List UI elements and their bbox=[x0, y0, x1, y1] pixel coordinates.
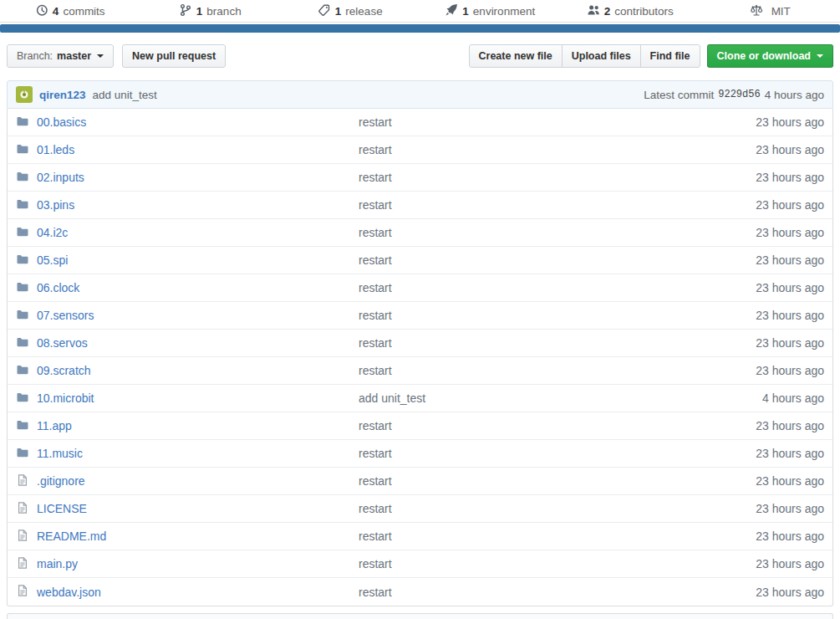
find-file-button[interactable]: Find file bbox=[640, 44, 700, 68]
row-age: 23 hours ago bbox=[699, 474, 832, 488]
branch-name-label: master bbox=[57, 50, 91, 62]
avatar[interactable] bbox=[16, 86, 33, 103]
row-age: 23 hours ago bbox=[699, 447, 832, 460]
row-commit-message[interactable]: restart bbox=[359, 198, 699, 212]
commit-sha-link[interactable]: 9229d56 bbox=[718, 89, 760, 100]
file-name-link[interactable]: 09.scratch bbox=[37, 364, 91, 377]
branch-prefix-label: Branch: bbox=[17, 50, 53, 62]
stats-branches-label: branch bbox=[206, 5, 241, 18]
folder-icon bbox=[16, 197, 29, 213]
stats-contributors-count: 2 bbox=[604, 5, 611, 18]
file-name-link[interactable]: 11.app bbox=[37, 419, 72, 432]
stats-releases-label: release bbox=[345, 5, 382, 18]
file-name-link[interactable]: .gitignore bbox=[37, 474, 85, 488]
file-name-cell: 01.leds bbox=[8, 142, 359, 158]
folder-icon bbox=[16, 142, 29, 158]
row-commit-message[interactable]: restart bbox=[359, 447, 699, 460]
stats-license-label: MIT bbox=[771, 5, 791, 18]
file-name-link[interactable]: 03.pins bbox=[37, 198, 74, 212]
row-age: 23 hours ago bbox=[699, 198, 832, 212]
row-commit-message[interactable]: restart bbox=[359, 529, 699, 543]
file-name-link[interactable]: 06.clock bbox=[37, 281, 79, 294]
row-commit-message[interactable]: restart bbox=[359, 253, 699, 267]
table-row: 08.servos restart 23 hours ago bbox=[8, 330, 832, 357]
row-commit-message[interactable]: restart bbox=[359, 115, 699, 129]
file-name-cell: 00.basics bbox=[8, 115, 359, 130]
file-name-cell: 09.scratch bbox=[8, 363, 359, 379]
row-commit-message[interactable]: restart bbox=[359, 226, 699, 239]
people-icon bbox=[587, 3, 600, 19]
file-name-link[interactable]: 08.servos bbox=[37, 336, 88, 350]
file-name-link[interactable]: README.md bbox=[37, 529, 106, 543]
stats-commits-count: 4 bbox=[53, 5, 59, 18]
row-age: 23 hours ago bbox=[699, 281, 832, 294]
clone-or-download-button[interactable]: Clone or download bbox=[707, 44, 834, 68]
file-navigation-toolbar: Branch: master New pull request Create n… bbox=[7, 44, 833, 68]
file-name-cell: .gitignore bbox=[8, 473, 359, 489]
language-bar[interactable] bbox=[0, 24, 840, 33]
file-name-link[interactable]: 00.basics bbox=[37, 115, 86, 129]
row-commit-message[interactable]: restart bbox=[359, 364, 699, 377]
table-row: 05.spi restart 23 hours ago bbox=[8, 247, 832, 274]
row-commit-message[interactable]: add unit_test bbox=[359, 391, 699, 405]
table-row: 00.basics restart 23 hours ago bbox=[8, 109, 832, 136]
folder-icon bbox=[16, 391, 29, 407]
row-age: 23 hours ago bbox=[699, 143, 832, 156]
table-row: 01.leds restart 23 hours ago bbox=[8, 136, 832, 164]
file-icon bbox=[16, 556, 29, 572]
file-name-link[interactable]: 11.music bbox=[37, 447, 83, 460]
stats-contributors-label: contributors bbox=[614, 5, 674, 18]
new-pull-request-button[interactable]: New pull request bbox=[122, 44, 226, 68]
table-row: 07.sensors restart 23 hours ago bbox=[8, 302, 832, 330]
stats-contributors[interactable]: 2 contributors bbox=[560, 3, 700, 19]
row-commit-message[interactable]: restart bbox=[359, 171, 699, 184]
file-name-link[interactable]: 04.i2c bbox=[37, 226, 68, 239]
table-row: README.md restart 23 hours ago bbox=[8, 523, 832, 550]
stats-releases[interactable]: 1 release bbox=[280, 3, 420, 19]
file-name-link[interactable]: LICENSE bbox=[37, 502, 87, 515]
row-commit-message[interactable]: restart bbox=[359, 336, 699, 350]
stats-environments-count: 1 bbox=[462, 5, 469, 18]
folder-icon bbox=[16, 335, 29, 351]
row-age: 4 hours ago bbox=[699, 391, 832, 405]
file-name-link[interactable]: 07.sensors bbox=[37, 309, 94, 322]
row-age: 23 hours ago bbox=[699, 226, 832, 239]
row-commit-message[interactable]: restart bbox=[359, 143, 699, 156]
upload-files-button[interactable]: Upload files bbox=[562, 44, 641, 68]
file-name-link[interactable]: main.py bbox=[37, 557, 78, 570]
branch-select-button[interactable]: Branch: master bbox=[7, 44, 114, 68]
file-name-link[interactable]: 02.inputs bbox=[37, 171, 84, 184]
git-branch-icon bbox=[179, 3, 192, 19]
row-commit-message[interactable]: restart bbox=[359, 502, 699, 515]
file-name-link[interactable]: 05.spi bbox=[37, 253, 68, 267]
stats-commits-label: commits bbox=[63, 5, 104, 18]
stats-environments-label: environment bbox=[473, 5, 535, 18]
chevron-down-icon bbox=[817, 54, 823, 58]
table-row: 09.scratch restart 23 hours ago bbox=[8, 357, 832, 385]
commit-author-link[interactable]: qiren123 bbox=[39, 89, 86, 101]
stats-commits[interactable]: 4 commits bbox=[0, 3, 140, 19]
commit-message-link[interactable]: add unit_test bbox=[93, 89, 157, 101]
row-commit-message[interactable]: restart bbox=[359, 474, 699, 488]
row-commit-message[interactable]: restart bbox=[359, 557, 699, 570]
stats-environments[interactable]: 1 environment bbox=[420, 3, 561, 19]
row-commit-message[interactable]: restart bbox=[359, 281, 699, 294]
file-name-link[interactable]: 01.leds bbox=[37, 143, 74, 156]
repo-stats-bar: 4 commits 1 branch 1 release 1 environme… bbox=[0, 0, 840, 23]
create-new-file-button[interactable]: Create new file bbox=[469, 44, 563, 68]
file-icon bbox=[16, 501, 29, 517]
file-name-link[interactable]: webdav.json bbox=[37, 586, 101, 599]
stats-branches[interactable]: 1 branch bbox=[140, 3, 281, 19]
file-name-cell: 04.i2c bbox=[8, 225, 359, 241]
row-commit-message[interactable]: restart bbox=[359, 309, 699, 322]
row-commit-message[interactable]: restart bbox=[359, 419, 699, 432]
file-name-cell: 02.inputs bbox=[8, 170, 359, 186]
row-age: 23 hours ago bbox=[699, 529, 832, 543]
file-name-cell: README.md bbox=[8, 529, 359, 545]
row-commit-message[interactable]: restart bbox=[359, 586, 699, 599]
stats-license[interactable]: MIT bbox=[700, 3, 840, 19]
file-icon bbox=[16, 473, 29, 489]
table-row: 11.music restart 23 hours ago bbox=[8, 440, 832, 468]
file-name-link[interactable]: 10.microbit bbox=[37, 391, 94, 405]
file-name-cell: 11.app bbox=[8, 418, 359, 434]
